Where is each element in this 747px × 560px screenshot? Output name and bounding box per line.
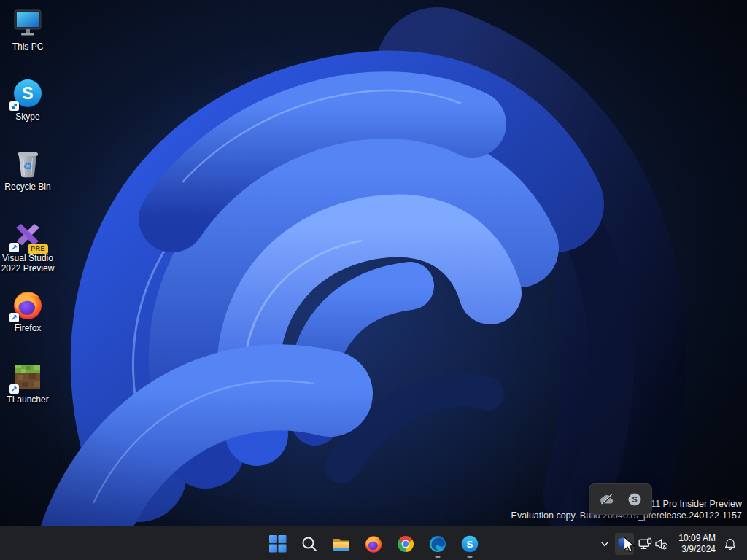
- shortcut-arrow-icon: [9, 313, 19, 322]
- skype-icon: S: [460, 534, 479, 553]
- bell-icon: [724, 537, 737, 551]
- notification-bell-button[interactable]: [721, 533, 740, 555]
- desktop-icon-visual-studio[interactable]: PRE Visual Studio 2022 Preview: [1, 219, 55, 273]
- file-explorer-icon: [332, 534, 351, 553]
- desktop-icon-skype[interactable]: S Skype: [1, 77, 55, 122]
- desktop-icon-label: Firefox: [1, 323, 55, 333]
- desktop-icon-this-pc[interactable]: This PC: [1, 7, 55, 52]
- skype-s-icon: S: [627, 492, 642, 507]
- taskbar: S: [0, 526, 747, 560]
- taskbar-clock[interactable]: 10:09 AM 3/9/2024: [673, 532, 720, 556]
- windows-start-icon: [268, 534, 287, 553]
- desktop-icon-firefox[interactable]: Firefox: [1, 289, 55, 333]
- network-display-icon: [638, 537, 652, 551]
- chevron-down-icon: [600, 539, 610, 549]
- desktop-icon-label: Recycle Bin: [1, 182, 55, 192]
- chrome-icon: [396, 534, 415, 553]
- desktop-icon-label: This PC: [1, 42, 55, 52]
- firefox-button[interactable]: [359, 529, 388, 559]
- shortcut-arrow-icon: [9, 243, 19, 252]
- edge-button[interactable]: [423, 529, 452, 559]
- running-indicator: [468, 556, 473, 558]
- search-icon: [301, 535, 318, 553]
- svg-text:♻: ♻: [23, 160, 32, 173]
- firefox-icon: [12, 289, 44, 321]
- taskbar-tray: 10:09 AM 3/9/2024: [595, 526, 747, 560]
- desktop-icon-label: Visual Studio 2022 Preview: [1, 253, 55, 273]
- edge-icon: [428, 534, 447, 553]
- shield-warning-icon: [617, 537, 632, 551]
- wallpaper-bloom: [0, 0, 747, 560]
- tray-chevron-button[interactable]: [595, 533, 614, 555]
- cloud-slash-icon: [599, 493, 615, 506]
- file-explorer-button[interactable]: [327, 529, 356, 559]
- hidden-icons-flyout: S: [589, 483, 652, 515]
- svg-text:S: S: [22, 84, 33, 103]
- desktop-icon-label: TLauncher: [1, 394, 55, 405]
- windows-security-tray-button[interactable]: [615, 533, 634, 555]
- search-button[interactable]: [295, 529, 324, 559]
- clock-time: 10:09 AM: [678, 533, 716, 544]
- desktop-icon-label: Skype: [1, 112, 55, 122]
- network-volume-tray-group[interactable]: [635, 534, 672, 553]
- onedrive-offline-tray-icon[interactable]: [596, 489, 618, 510]
- desktop-icon-tlauncher[interactable]: TLauncher: [1, 360, 55, 405]
- running-indicator: [436, 556, 441, 558]
- firefox-icon: [364, 534, 383, 553]
- shortcut-arrow-icon: [9, 101, 19, 111]
- skype-tray-icon[interactable]: S: [624, 489, 646, 510]
- desktop: This PC S Skype: [0, 0, 747, 560]
- svg-text:S: S: [632, 495, 637, 504]
- chrome-button[interactable]: [391, 529, 420, 559]
- skype-button[interactable]: S: [455, 529, 484, 559]
- taskbar-app-buttons: S: [263, 526, 484, 560]
- tlauncher-icon: [12, 360, 44, 392]
- pre-badge: PRE: [28, 244, 48, 254]
- recycle-bin-icon: ♻: [12, 147, 44, 179]
- skype-icon: S: [12, 77, 44, 109]
- this-pc-icon: [12, 7, 44, 39]
- desktop-icon-recycle-bin[interactable]: ♻ Recycle Bin: [1, 147, 55, 192]
- clock-date: 3/9/2024: [678, 544, 716, 555]
- volume-muted-icon: [654, 537, 668, 551]
- svg-text:S: S: [466, 538, 473, 549]
- shortcut-arrow-icon: [9, 384, 19, 394]
- visual-studio-icon: PRE: [12, 219, 44, 251]
- start-button[interactable]: [263, 529, 292, 559]
